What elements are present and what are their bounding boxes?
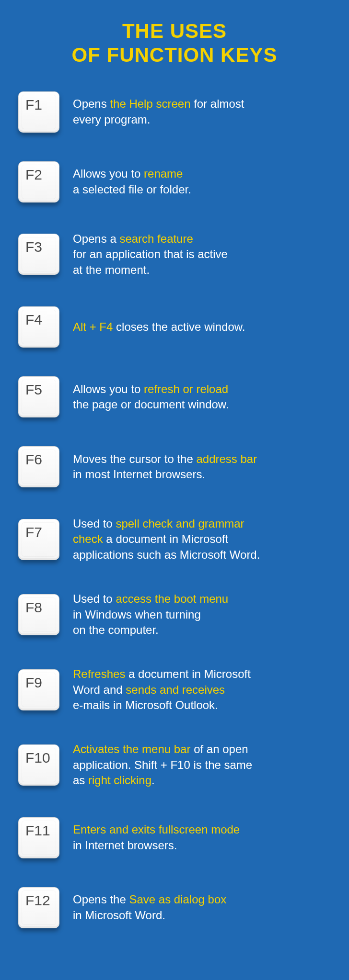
highlight-text: Alt + F4 (73, 320, 113, 333)
function-key-row: F12Opens the Save as dialog boxin Micros… (18, 887, 331, 928)
plain-text: Opens a (73, 232, 119, 245)
key-description: Opens a search featurefor an application… (73, 231, 331, 278)
plain-text: in most Internet browsers. (73, 468, 205, 481)
highlight-text: Activates the menu bar (73, 743, 190, 755)
function-key-row: F6Moves the cursor to the address barin … (18, 446, 331, 487)
plain-text: applications such as Microsoft Word. (73, 548, 260, 561)
highlight-text: rename (144, 167, 183, 180)
keycap-f1: F1 (18, 91, 59, 133)
highlight-text: sends and receives (126, 683, 225, 696)
plain-text: a selected file or folder. (73, 183, 191, 196)
keycap-label: F12 (25, 892, 50, 909)
function-key-row: F4Alt + F4 closes the active window. (18, 306, 331, 348)
highlight-text: refresh or reload (144, 383, 228, 395)
highlight-text: access the boot menu (116, 592, 228, 605)
key-description: Used to spell check and grammarcheck a d… (73, 516, 331, 563)
keycap-label: F3 (25, 239, 42, 255)
keycap-label: F9 (25, 675, 42, 691)
plain-text: of an open (190, 743, 248, 755)
key-description: Refreshes a document in MicrosoftWord an… (73, 666, 331, 713)
function-key-row: F5Allows you to refresh or reloadthe pag… (18, 376, 331, 417)
keycap-label: F6 (25, 451, 42, 468)
keycap-f7: F7 (18, 519, 59, 560)
highlight-text: right clicking (88, 774, 151, 787)
highlight-text: Save as dialog box (129, 893, 226, 906)
plain-text: Word and (73, 683, 126, 696)
highlight-text: Enters and exits fullscreen mode (73, 823, 240, 836)
title-line-1: THE USES (122, 20, 227, 42)
plain-text: Used to (73, 517, 116, 530)
plain-text: Used to (73, 592, 116, 605)
keycap-label: F7 (25, 524, 42, 541)
keycap-f4: F4 (18, 306, 59, 348)
plain-text: for almost (190, 97, 244, 110)
function-key-row: F1Opens the Help screen for almostevery … (18, 91, 331, 133)
page-title: THE USES OF FUNCTION KEYS (18, 19, 331, 68)
plain-text: on the computer. (73, 623, 159, 636)
plain-text: closes the active window. (113, 320, 245, 333)
plain-text: . (151, 774, 155, 787)
key-description: Allows you to refresh or reloadthe page … (73, 382, 331, 413)
plain-text: the page or document window. (73, 398, 229, 411)
title-line-2: OF FUNCTION KEYS (71, 44, 277, 66)
plain-text: Opens the (73, 893, 129, 906)
keycap-label: F1 (25, 97, 42, 113)
keycap-f10: F10 (18, 744, 59, 786)
function-key-row: F10Activates the menu bar of an openappl… (18, 742, 331, 788)
highlight-text: search feature (119, 232, 193, 245)
highlight-text: Refreshes (73, 667, 125, 680)
plain-text: application. Shift + F10 is the same (73, 758, 252, 771)
keycap-f3: F3 (18, 234, 59, 275)
function-key-row: F2Allows you to renamea selected file or… (18, 161, 331, 203)
function-key-row: F3Opens a search featurefor an applicati… (18, 231, 331, 278)
plain-text: as (73, 774, 88, 787)
key-description: Alt + F4 closes the active window. (73, 319, 331, 335)
key-description: Moves the cursor to the address barin mo… (73, 451, 331, 483)
plain-text: in Windows when turning (73, 608, 201, 621)
keycap-label: F8 (25, 599, 42, 616)
plain-text: e-mails in Microsoft Outlook. (73, 698, 218, 711)
highlight-text: check (73, 532, 103, 545)
keycap-f8: F8 (18, 594, 59, 635)
keycap-f2: F2 (18, 161, 59, 203)
plain-text: a document in Microsoft (125, 667, 250, 680)
plain-text: in Microsoft Word. (73, 909, 165, 922)
highlight-text: address bar (196, 452, 257, 465)
plain-text: in Internet browsers. (73, 839, 177, 852)
key-description: Activates the menu bar of an openapplica… (73, 742, 331, 788)
keycap-f12: F12 (18, 887, 59, 928)
plain-text: a document in Microsoft (103, 532, 228, 545)
keycap-label: F11 (25, 822, 50, 839)
keycap-label: F5 (25, 382, 42, 398)
key-description: Used to access the boot menuin Windows w… (73, 591, 331, 638)
keycap-f5: F5 (18, 376, 59, 417)
highlight-text: the Help screen (110, 97, 190, 110)
function-key-row: F11Enters and exits fullscreen modein In… (18, 817, 331, 858)
plain-text: every program. (73, 113, 150, 126)
keycap-f9: F9 (18, 669, 59, 710)
keycap-label: F10 (25, 750, 50, 766)
plain-text: Allows you to (73, 167, 144, 180)
plain-text: for an application that is active (73, 248, 228, 260)
plain-text: Moves the cursor to the (73, 452, 196, 465)
function-key-list: F1Opens the Help screen for almostevery … (18, 91, 331, 928)
key-description: Enters and exits fullscreen modein Inter… (73, 822, 331, 853)
plain-text: Opens (73, 97, 110, 110)
key-description: Opens the Save as dialog boxin Microsoft… (73, 892, 331, 923)
key-description: Allows you to renamea selected file or f… (73, 166, 331, 197)
highlight-text: spell check and grammar (116, 517, 244, 530)
keycap-label: F2 (25, 167, 42, 183)
plain-text: at the moment. (73, 263, 150, 276)
keycap-label: F4 (25, 312, 42, 328)
function-key-row: F9Refreshes a document in MicrosoftWord … (18, 666, 331, 713)
function-key-row: F8Used to access the boot menuin Windows… (18, 591, 331, 638)
function-key-row: F7Used to spell check and grammarcheck a… (18, 516, 331, 563)
keycap-f11: F11 (18, 817, 59, 858)
keycap-f6: F6 (18, 446, 59, 487)
key-description: Opens the Help screen for almostevery pr… (73, 96, 331, 127)
plain-text: Allows you to (73, 383, 144, 395)
